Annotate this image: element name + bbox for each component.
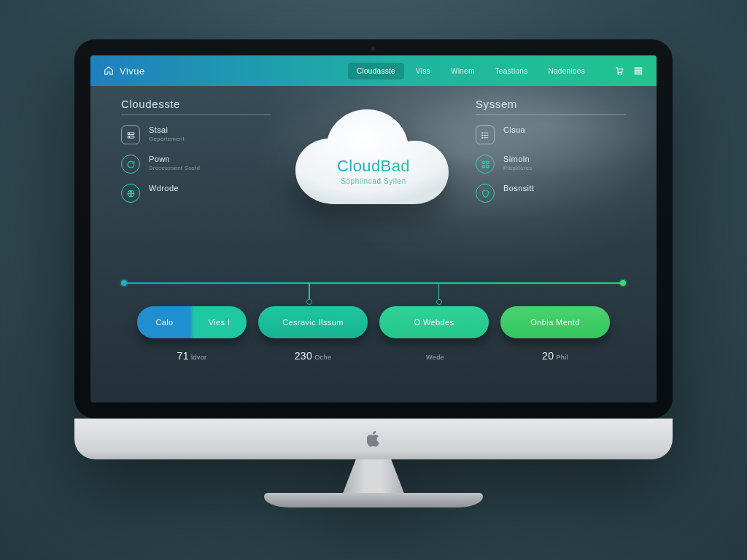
svg-rect-16 <box>486 165 488 167</box>
pill-3[interactable]: Onbla Mentd <box>500 306 610 338</box>
hero: CloudBad Sophiincad Syilen <box>279 98 468 260</box>
monitor-frame: Vivue Cloudasste Viss Winem Teastions Na… <box>74 39 673 521</box>
svg-point-11 <box>481 134 482 135</box>
menu-icon[interactable] <box>633 66 643 76</box>
left-feature-0-title: Stsai <box>149 125 185 134</box>
divider <box>121 114 271 115</box>
right-feature-list: Clsua Simoln Plesidores <box>476 125 626 203</box>
right-feature-1[interactable]: Simoln Plesidores <box>476 155 626 174</box>
stat-2: Wede <box>379 350 489 362</box>
nav-item-3[interactable]: Teastions <box>487 63 537 79</box>
svg-rect-13 <box>482 161 484 163</box>
right-feature-2-title: Bosnsitt <box>503 184 534 192</box>
stat-3: 20Phil <box>500 350 610 362</box>
timeline-section: Calo Vies I Cesravic Ilssum O Webdes Onb… <box>121 264 626 402</box>
left-feature-2-title: Wdrode <box>149 184 179 192</box>
svg-point-10 <box>481 132 482 133</box>
svg-rect-14 <box>486 161 488 163</box>
timeline <box>124 280 623 286</box>
stats-row: 71ldvor 230Oche Wede 20Phil <box>121 350 626 362</box>
stat-1: 230Oche <box>258 350 368 362</box>
hero-subtitle: Sophiincad Syilen <box>341 177 406 185</box>
nav-item-1[interactable]: Viss <box>407 63 439 79</box>
svg-point-0 <box>618 74 619 75</box>
nav-links: Cloudasste Viss Winem Teastions Nadenloe… <box>348 63 594 79</box>
nav-item-2[interactable]: Winem <box>442 63 484 79</box>
right-feature-0[interactable]: Clsua <box>476 125 626 144</box>
svg-point-7 <box>128 133 129 133</box>
svg-rect-15 <box>482 165 484 167</box>
top-nav: Vivue Cloudasste Viss Winem Teastions Na… <box>90 55 657 86</box>
divider <box>476 114 626 115</box>
left-feature-1-title: Pown <box>149 155 200 163</box>
nav-item-4[interactable]: Nadenloes <box>539 63 594 79</box>
shield-icon <box>476 184 495 203</box>
timeline-line <box>124 282 623 284</box>
right-feature-0-title: Clsua <box>503 125 525 134</box>
monitor-stand-neck <box>333 459 414 493</box>
globe-icon <box>121 184 140 203</box>
right-heading: Syssem <box>476 98 626 110</box>
stat-0: 71ldvor <box>137 350 247 362</box>
cart-icon[interactable] <box>614 66 624 76</box>
nav-item-0[interactable]: Cloudasste <box>348 63 404 79</box>
app-screen: Vivue Cloudasste Viss Winem Teastions Na… <box>90 55 657 402</box>
monitor-stand-foot <box>264 493 483 508</box>
nav-utility <box>614 66 643 76</box>
pill-0-right: Vies I <box>192 318 247 327</box>
list-icon <box>476 125 495 144</box>
pill-1[interactable]: Cesravic Ilssum <box>258 306 368 338</box>
monitor-bezel: Vivue Cloudasste Viss Winem Teastions Na… <box>74 39 673 419</box>
timeline-start-dot <box>121 280 127 286</box>
left-feature-1-sub: Srecesssent Sostd <box>149 165 200 171</box>
hero-title: CloudBad <box>337 157 410 176</box>
pill-0-left: Calo <box>137 318 192 327</box>
right-feature-1-sub: Plesidores <box>503 165 532 171</box>
timeline-connector-2 <box>438 283 440 300</box>
brand-name: Vivue <box>120 66 145 77</box>
monitor-chin <box>74 419 673 459</box>
left-feature-1[interactable]: Pown Srecesssent Sostd <box>121 155 271 174</box>
svg-point-8 <box>128 136 129 137</box>
right-feature-2[interactable]: Bosnsitt <box>476 184 626 203</box>
right-column: Syssem Clsua Si <box>476 98 626 260</box>
grid-icon <box>476 155 495 174</box>
brand[interactable]: Vivue <box>104 66 145 77</box>
timeline-end-dot <box>620 280 626 286</box>
timeline-connector-1 <box>309 283 310 300</box>
svg-rect-2 <box>635 68 641 69</box>
left-feature-2[interactable]: Wdrode <box>121 184 271 203</box>
svg-point-12 <box>481 137 482 138</box>
left-feature-0[interactable]: Stsai Gepertement <box>121 125 271 144</box>
right-feature-1-title: Simoln <box>503 155 532 163</box>
pill-row: Calo Vies I Cesravic Ilssum O Webdes Onb… <box>121 306 626 338</box>
main-area: Cloudesste Stsai Gepertement <box>90 86 657 402</box>
svg-point-1 <box>621 74 622 75</box>
svg-rect-3 <box>635 70 641 71</box>
camera-dot <box>371 47 376 52</box>
refresh-icon <box>121 155 140 174</box>
left-feature-list: Stsai Gepertement Pown Srecesssent Sostd <box>121 125 271 203</box>
left-heading: Cloudesste <box>121 98 271 110</box>
left-column: Cloudesste Stsai Gepertement <box>121 98 271 260</box>
left-feature-0-sub: Gepertement <box>149 136 185 142</box>
pill-2[interactable]: O Webdes <box>379 306 489 338</box>
cloud-graphic: CloudBad Sophiincad Syilen <box>282 102 465 219</box>
home-icon <box>104 66 114 76</box>
apple-logo-icon <box>367 431 380 447</box>
server-icon <box>121 125 140 144</box>
pill-0[interactable]: Calo Vies I <box>137 306 247 338</box>
svg-rect-4 <box>635 73 641 74</box>
